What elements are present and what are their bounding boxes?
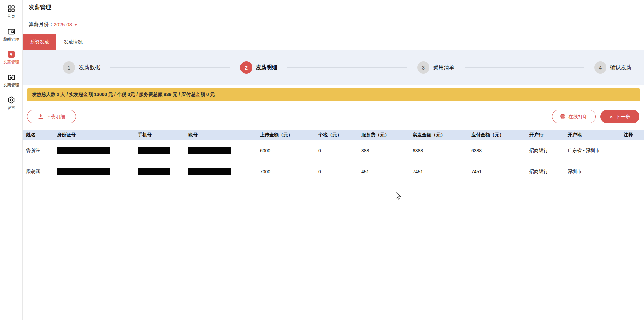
cell-phone [134, 168, 185, 175]
invoice-ticket-icon [7, 73, 15, 81]
step-number: 3 [417, 61, 429, 74]
sidebar-item-label: 发薪管理 [3, 59, 19, 65]
cell-actual-amount: 6388 [409, 148, 468, 153]
toolbar: 下载明细 在线打印 » 下一步 [23, 110, 644, 123]
masked-account-number [188, 168, 231, 175]
cell-account [185, 168, 257, 175]
main-content: 发薪管理 算薪月份： 2025-08 薪资发放 发放情况 1 发薪数据 2 发薪… [23, 0, 644, 320]
step-payroll-detail: 2 发薪明细 [240, 61, 277, 74]
masked-id-number [57, 147, 110, 154]
summary-banner: 发放总人数 2 人 / 实发总金额 13000 元 / 个税 0元 / 服务费总… [27, 88, 640, 101]
yuan-badge-icon: ¥ [7, 50, 15, 58]
masked-phone-number [138, 168, 170, 175]
cell-tax: 0 [315, 169, 358, 174]
cell-payable-amount: 6388 [468, 148, 526, 153]
column-header: 开户地 [564, 132, 620, 138]
column-header: 开户行 [526, 132, 564, 138]
masked-account-number [188, 147, 231, 154]
sidebar-item-home[interactable]: 首页 [0, 5, 23, 19]
column-header: 手机号 [134, 132, 185, 138]
table-header-row: 姓名 身份证号 手机号 账号 上传金额（元） 个税（元） 服务费（元） 实发金额… [23, 130, 644, 140]
chevron-down-icon [74, 24, 77, 26]
download-icon [38, 113, 43, 120]
step-connector [110, 67, 230, 68]
sidebar-item-label: 发票管理 [3, 82, 19, 88]
cell-upload-amount: 7000 [257, 169, 315, 174]
step-label: 费用清单 [433, 64, 454, 71]
cell-service-fee: 451 [358, 169, 409, 174]
cell-tax: 0 [315, 148, 358, 153]
double-angle-right-icon: » [610, 114, 613, 120]
step-label: 发薪明细 [256, 64, 277, 71]
step-connector [465, 67, 584, 68]
sidebar-item-label: 薪酬管理 [3, 37, 19, 42]
column-header: 个税（元） [315, 132, 358, 138]
sidebar-item-settings[interactable]: 设置 [0, 96, 23, 111]
cell-actual-amount: 7451 [409, 169, 468, 174]
cell-bank: 招商银行 [526, 169, 564, 175]
cell-account [185, 147, 257, 154]
step-confirm-payroll: 4 确认发薪 [594, 61, 632, 74]
step-number: 2 [240, 61, 252, 74]
cell-bank-city: 广东省 - 深圳市 [564, 148, 620, 154]
app-root: 首页 薪酬管理 ¥ 发薪管理 发票管理 [0, 0, 644, 320]
cell-upload-amount: 6000 [257, 148, 315, 153]
next-step-button[interactable]: » 下一步 [600, 110, 639, 123]
column-header: 应付金额（元） [468, 132, 526, 138]
stepper: 1 发薪数据 2 发薪明细 3 费用清单 4 确认发薪 [23, 50, 644, 85]
sidebar-item-invoice-mgmt[interactable]: 发票管理 [0, 73, 23, 88]
step-connector [287, 67, 407, 68]
payroll-table: 姓名 身份证号 手机号 账号 上传金额（元） 个税（元） 服务费（元） 实发金额… [23, 130, 644, 182]
column-header: 身份证号 [54, 132, 134, 138]
cell-id-number [54, 147, 134, 154]
filter-row: 算薪月份： 2025-08 [23, 14, 644, 34]
cell-service-fee: 388 [358, 148, 409, 153]
column-header: 注释 [620, 132, 644, 138]
step-label: 确认发薪 [610, 64, 632, 71]
column-header: 账号 [185, 132, 257, 138]
tab-payout-status[interactable]: 发放情况 [56, 34, 90, 50]
step-label: 发薪数据 [79, 64, 100, 71]
salary-month-select[interactable]: 2025-08 [54, 21, 77, 27]
column-header: 实发金额（元） [409, 132, 468, 138]
step-number: 4 [594, 61, 606, 74]
download-detail-button[interactable]: 下载明细 [27, 110, 76, 123]
table-row[interactable]: 鲁贺滢 6000 0 388 6388 6388 招商银行 广东省 - 深圳市 [23, 140, 644, 161]
tab-bar: 薪资发放 发放情况 [23, 34, 644, 50]
cell-bank-city: 深圳市 [564, 169, 620, 175]
settings-nut-icon [7, 96, 15, 104]
column-header: 服务费（元） [358, 132, 409, 138]
cell-name: 殷萌涵 [23, 169, 54, 175]
table-row[interactable]: 殷萌涵 7000 0 451 7451 7451 招商银行 深圳市 [23, 161, 644, 182]
step-number: 1 [63, 61, 75, 74]
cell-name: 鲁贺滢 [23, 148, 54, 154]
sidebar-item-salary-mgmt[interactable]: 薪酬管理 [0, 28, 23, 42]
sidebar-item-label: 首页 [7, 14, 15, 19]
cell-id-number [54, 168, 134, 175]
salary-month-label: 算薪月份： [29, 21, 54, 28]
online-print-button[interactable]: 在线打印 [552, 110, 596, 123]
tab-salary-payout[interactable]: 薪资发放 [23, 34, 56, 50]
cell-bank: 招商银行 [526, 148, 564, 154]
cell-phone [134, 147, 185, 154]
step-payroll-data: 1 发薪数据 [63, 61, 100, 74]
sidebar-item-payroll-mgmt[interactable]: ¥ 发薪管理 [0, 50, 23, 65]
masked-id-number [57, 168, 110, 175]
step-fee-list: 3 费用清单 [417, 61, 454, 74]
printer-icon [560, 113, 566, 120]
salary-month-value: 2025-08 [54, 21, 72, 27]
masked-phone-number [138, 147, 170, 154]
page-title: 发薪管理 [29, 3, 51, 11]
column-header: 上传金额（元） [257, 132, 315, 138]
cell-payable-amount: 7451 [468, 169, 526, 174]
home-grid-icon [7, 5, 15, 13]
sidebar: 首页 薪酬管理 ¥ 发薪管理 发票管理 [0, 0, 23, 320]
page-header: 发薪管理 [23, 0, 644, 14]
sidebar-item-label: 设置 [7, 105, 15, 111]
column-header: 姓名 [23, 132, 54, 138]
wallet-icon [7, 28, 15, 36]
